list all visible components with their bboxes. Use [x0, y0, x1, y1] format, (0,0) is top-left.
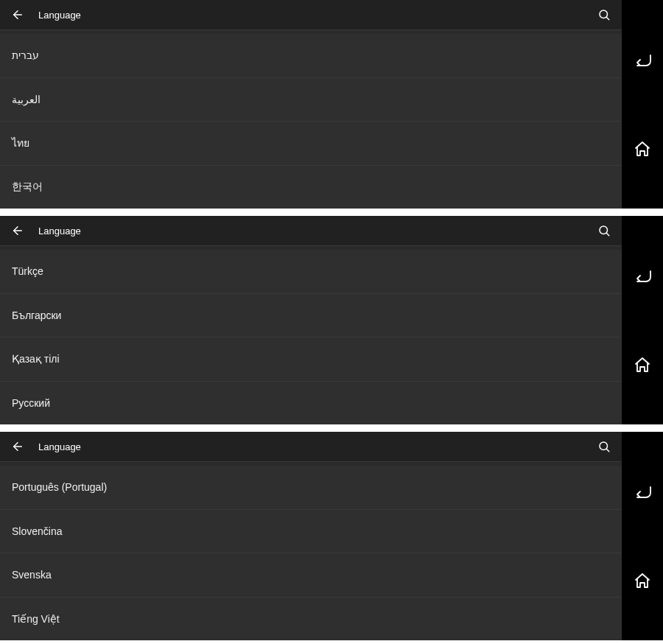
header-bar: Language — [0, 216, 622, 245]
language-label: Português (Portugal) — [12, 481, 107, 493]
nav-home-button[interactable] — [631, 138, 653, 160]
nav-bar — [622, 216, 663, 424]
language-item[interactable]: Türkçe — [0, 250, 622, 294]
home-icon — [634, 572, 651, 589]
language-label: Қазақ тілі — [12, 353, 60, 365]
screenshots-container: Language עברית العربية ไทย 한국어 — [0, 0, 663, 640]
nav-back-button[interactable] — [631, 49, 653, 71]
language-item[interactable]: Svenska — [0, 553, 622, 598]
back-button[interactable] — [9, 222, 27, 239]
page-title: Language — [38, 441, 81, 452]
home-icon — [634, 356, 651, 374]
back-icon — [633, 52, 652, 67]
device-screen-2: Language Türkçe Български Қазақ тілі Рус… — [0, 216, 663, 424]
language-item[interactable]: Slovenčina — [0, 510, 622, 554]
nav-bar — [622, 432, 663, 640]
main-panel: Language עברית العربية ไทย 한국어 — [0, 0, 622, 209]
language-label: Tiếng Việt — [12, 613, 60, 625]
home-icon — [634, 140, 651, 158]
language-label: 한국어 — [12, 181, 43, 194]
language-item[interactable]: العربية — [0, 78, 622, 122]
language-label: Svenska — [12, 569, 52, 581]
header-bar: Language — [0, 432, 622, 461]
language-label: Türkçe — [12, 265, 43, 277]
svg-point-7 — [600, 442, 608, 450]
language-label: עברית — [12, 49, 39, 61]
search-icon — [597, 224, 611, 237]
nav-home-button[interactable] — [631, 354, 653, 376]
language-item[interactable]: Русский — [0, 382, 622, 425]
language-label: Български — [12, 309, 61, 321]
arrow-left-icon — [11, 440, 24, 453]
language-label: ไทย — [12, 135, 29, 151]
svg-line-8 — [606, 449, 608, 451]
nav-back-button[interactable] — [631, 265, 653, 287]
language-list: עברית العربية ไทย 한국어 — [0, 34, 622, 209]
page-title: Language — [38, 10, 81, 21]
search-button[interactable] — [595, 222, 613, 239]
language-label: Русский — [12, 397, 50, 409]
nav-back-button[interactable] — [631, 480, 653, 503]
language-label: Slovenčina — [12, 525, 63, 537]
search-button[interactable] — [595, 438, 613, 455]
search-button[interactable] — [595, 6, 613, 24]
language-item[interactable]: Português (Portugal) — [0, 466, 622, 510]
language-item[interactable]: עברית — [0, 34, 622, 78]
arrow-left-icon — [11, 224, 24, 237]
back-icon — [633, 484, 652, 499]
device-screen-3: Language Português (Portugal) Slovenčina… — [0, 432, 663, 640]
language-item[interactable]: Български — [0, 294, 622, 338]
svg-point-1 — [600, 10, 608, 18]
language-item[interactable]: Қазақ тілі — [0, 337, 622, 382]
back-button[interactable] — [9, 438, 27, 455]
header-bar: Language — [0, 0, 622, 29]
main-panel: Language Türkçe Български Қазақ тілі Рус… — [0, 216, 622, 424]
main-panel: Language Português (Portugal) Slovenčina… — [0, 432, 622, 640]
language-label: العربية — [12, 94, 41, 105]
page-title: Language — [38, 225, 81, 237]
search-icon — [597, 440, 611, 453]
svg-line-2 — [606, 17, 608, 19]
language-list: Português (Portugal) Slovenčina Svenska … — [0, 466, 622, 640]
arrow-left-icon — [11, 8, 24, 21]
language-item[interactable]: Tiếng Việt — [0, 598, 622, 641]
nav-home-button[interactable] — [631, 570, 653, 592]
back-button[interactable] — [9, 6, 27, 24]
svg-point-4 — [600, 226, 608, 234]
svg-line-5 — [606, 233, 608, 235]
search-icon — [597, 8, 611, 21]
nav-bar — [622, 0, 663, 209]
back-icon — [633, 268, 652, 283]
language-item[interactable]: ไทย — [0, 122, 622, 166]
device-screen-1: Language עברית العربية ไทย 한국어 — [0, 0, 663, 209]
language-list: Türkçe Български Қазақ тілі Русский — [0, 250, 622, 424]
language-item[interactable]: 한국어 — [0, 166, 622, 209]
